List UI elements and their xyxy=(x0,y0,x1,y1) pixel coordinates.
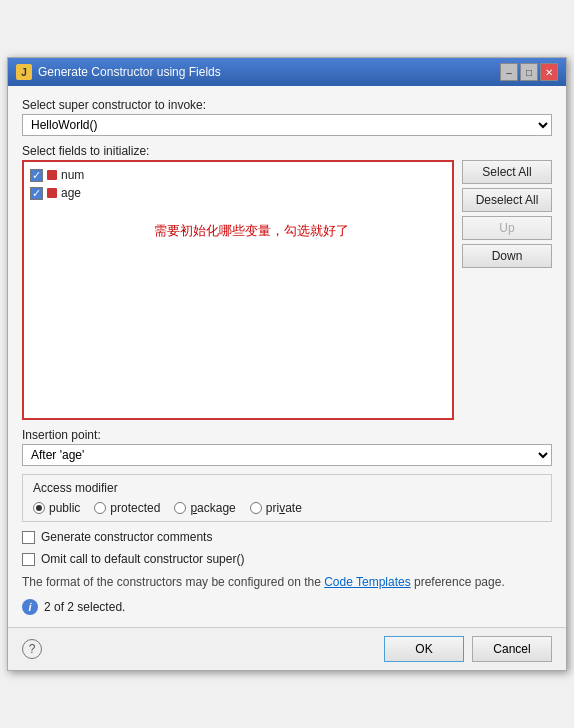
super-constructor-dropdown-row: HelloWorld() xyxy=(22,114,552,136)
dialog-title: Generate Constructor using Fields xyxy=(38,65,221,79)
omit-call-row[interactable]: Omit call to default constructor super() xyxy=(22,552,552,566)
radio-package[interactable]: package xyxy=(174,501,235,515)
radio-protected-dot xyxy=(94,502,106,514)
generate-comments-label: Generate constructor comments xyxy=(41,530,212,544)
maximize-button[interactable]: □ xyxy=(520,63,538,81)
radio-package-dot xyxy=(174,502,186,514)
fields-section-row: ✓num✓age需要初始化哪些变量，勾选就好了 Select All Desel… xyxy=(22,160,552,420)
radio-protected[interactable]: protected xyxy=(94,501,160,515)
down-button[interactable]: Down xyxy=(462,244,552,268)
select-all-button[interactable]: Select All xyxy=(462,160,552,184)
title-controls: – □ ✕ xyxy=(500,63,558,81)
ok-button[interactable]: OK xyxy=(384,636,464,662)
access-modifier-title: Access modifier xyxy=(33,481,541,495)
radio-private-label: private xyxy=(266,501,302,515)
footer-buttons: OK Cancel xyxy=(384,636,552,662)
deselect-all-button[interactable]: Deselect All xyxy=(462,188,552,212)
field-item[interactable]: ✓num xyxy=(28,166,448,184)
access-modifier-group: Access modifier public protected package xyxy=(22,474,552,522)
omit-call-label: Omit call to default constructor super() xyxy=(41,552,244,566)
field-type-icon xyxy=(47,188,57,198)
fields-list-container: ✓num✓age需要初始化哪些变量，勾选就好了 xyxy=(22,160,454,420)
title-bar-left: J Generate Constructor using Fields xyxy=(16,64,221,80)
fields-label: Select fields to initialize: xyxy=(22,144,552,158)
super-constructor-section: Select super constructor to invoke: Hell… xyxy=(22,98,552,136)
status-text: 2 of 2 selected. xyxy=(44,600,125,614)
info-suffix: preference page. xyxy=(411,575,505,589)
dialog-icon: J xyxy=(16,64,32,80)
field-name: num xyxy=(61,168,84,182)
side-buttons: Select All Deselect All Up Down xyxy=(462,160,552,420)
field-checkbox[interactable]: ✓ xyxy=(30,187,43,200)
field-checkbox[interactable]: ✓ xyxy=(30,169,43,182)
super-constructor-select[interactable]: HelloWorld() xyxy=(22,114,552,136)
dialog: J Generate Constructor using Fields – □ … xyxy=(7,57,567,671)
footer: ? OK Cancel xyxy=(8,627,566,670)
code-templates-link[interactable]: Code Templates xyxy=(324,575,411,589)
info-icon: i xyxy=(22,599,38,615)
fields-section: Select fields to initialize: ✓num✓age需要初… xyxy=(22,144,552,420)
dialog-content: Select super constructor to invoke: Hell… xyxy=(8,86,566,627)
help-button[interactable]: ? xyxy=(22,639,42,659)
annotation-text: 需要初始化哪些变量，勾选就好了 xyxy=(154,222,349,240)
radio-private[interactable]: private xyxy=(250,501,302,515)
insertion-label: Insertion point: xyxy=(22,428,552,442)
up-button[interactable]: Up xyxy=(462,216,552,240)
radio-public-label: public xyxy=(49,501,80,515)
info-text: The format of the constructors may be co… xyxy=(22,574,552,591)
super-constructor-label: Select super constructor to invoke: xyxy=(22,98,552,112)
radio-protected-label: protected xyxy=(110,501,160,515)
radio-row: public protected package private xyxy=(33,501,541,515)
field-name: age xyxy=(61,186,81,200)
radio-public-dot xyxy=(33,502,45,514)
cancel-button[interactable]: Cancel xyxy=(472,636,552,662)
minimize-button[interactable]: – xyxy=(500,63,518,81)
radio-private-dot xyxy=(250,502,262,514)
omit-call-checkbox[interactable] xyxy=(22,553,35,566)
generate-comments-checkbox[interactable] xyxy=(22,531,35,544)
field-item[interactable]: ✓age xyxy=(28,184,448,202)
title-bar: J Generate Constructor using Fields – □ … xyxy=(8,58,566,86)
insertion-section: Insertion point: After 'age' xyxy=(22,428,552,466)
status-row: i 2 of 2 selected. xyxy=(22,599,552,615)
radio-package-label: package xyxy=(190,501,235,515)
insertion-select[interactable]: After 'age' xyxy=(22,444,552,466)
info-prefix: The format of the constructors may be co… xyxy=(22,575,324,589)
field-type-icon xyxy=(47,170,57,180)
radio-public[interactable]: public xyxy=(33,501,80,515)
generate-comments-row[interactable]: Generate constructor comments xyxy=(22,530,552,544)
close-button[interactable]: ✕ xyxy=(540,63,558,81)
